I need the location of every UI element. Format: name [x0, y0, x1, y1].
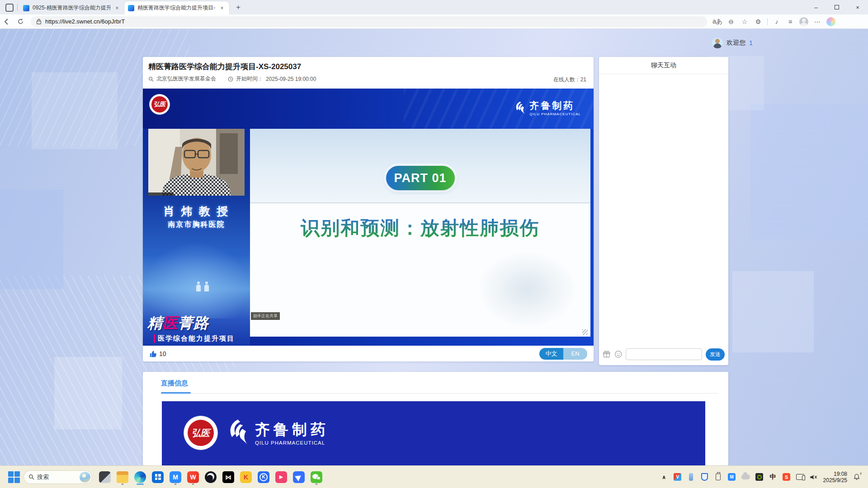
copilot-icon[interactable]	[825, 16, 837, 28]
edge-browser-icon[interactable]	[134, 471, 146, 483]
tencent-meeting-icon[interactable]: M	[170, 471, 181, 483]
app-slot[interactable]: W	[187, 469, 199, 485]
app-slot[interactable]	[292, 469, 305, 485]
gift-icon[interactable]	[603, 350, 611, 359]
user-avatar[interactable]	[712, 38, 723, 48]
wps-office-icon[interactable]: W	[187, 471, 199, 483]
qilu-glyph-icon	[226, 418, 250, 446]
tab-1-close-icon[interactable]: ×	[113, 5, 121, 12]
emoji-icon[interactable]	[614, 350, 623, 359]
address-bar[interactable]: https://live2.swnet.cn/6opJrbrT	[31, 16, 707, 27]
online-count: 在线人数：21	[553, 76, 586, 84]
kingsoft-app-icon[interactable]: K	[240, 471, 252, 483]
tray-cloud-icon[interactable]	[741, 474, 750, 479]
search-label: 搜索	[37, 473, 77, 481]
hongyi-seal-logo: 弘医	[149, 94, 170, 115]
send-button[interactable]: 发送	[706, 348, 725, 361]
tab-separator	[17, 4, 18, 11]
lang-en-button[interactable]: EN	[563, 348, 587, 360]
app-slot[interactable]: ⋈	[222, 469, 235, 485]
player-footer: 10 中文 EN	[143, 346, 594, 361]
browser-essentials-icon[interactable]: ⚙	[752, 16, 764, 28]
favorite-star-icon[interactable]: ☆	[739, 16, 750, 28]
wechat-bubble-small	[316, 476, 321, 480]
tray-sogou-icon[interactable]: S	[783, 473, 791, 481]
slide-divider	[250, 202, 590, 203]
lark-app-icon[interactable]	[293, 471, 305, 483]
welcome-count[interactable]: 1	[749, 39, 753, 47]
settings-more-icon[interactable]: ⋯	[811, 16, 823, 28]
app-slot[interactable]	[99, 469, 111, 485]
qilu-name-cn: 齐鲁制药	[255, 420, 329, 440]
tray-usb-stick-icon[interactable]	[687, 473, 695, 481]
like-button[interactable]: 10	[149, 350, 166, 358]
tray-v-app-icon[interactable]: V	[674, 473, 682, 481]
search-daily-image[interactable]	[80, 472, 90, 483]
k-ring: K	[259, 473, 268, 481]
back-button[interactable]	[0, 16, 14, 28]
lang-zh-button[interactable]: 中文	[539, 348, 563, 360]
video-player[interactable]: 弘医 齐鲁制药 QILU PHARMACEUTICAL	[143, 89, 594, 346]
windows-grid	[155, 474, 161, 480]
app-slot[interactable]: ▶	[275, 469, 288, 485]
tab-actions-icon[interactable]	[5, 4, 14, 12]
minimize-button[interactable]: –	[806, 0, 826, 14]
app-slot[interactable]	[116, 469, 129, 485]
tab-2-active[interactable]: 精医菁路医学综合能力提升项目-X ×	[124, 1, 229, 14]
taskbar-search[interactable]: 搜索	[24, 470, 92, 484]
close-button[interactable]: ×	[847, 0, 868, 14]
active-tab-underline	[161, 392, 191, 394]
maximize-button[interactable]	[826, 0, 847, 14]
start-button[interactable]	[8, 471, 20, 483]
refresh-icon	[17, 18, 24, 25]
qilu-name-cn: 齐鲁制药	[529, 99, 581, 112]
tray-usb-device-icon[interactable]	[714, 474, 722, 480]
new-tab-button[interactable]: ＋	[232, 1, 245, 14]
ime-indicator[interactable]: 中	[769, 473, 777, 481]
zoom-out-icon[interactable]: ⊖	[725, 16, 737, 28]
taskbar-apps: M W ⋈ K K ▶	[99, 469, 323, 485]
stream-card: 精医菁路医学综合能力提升项目-XS-2025037 北京弘医医学发展基金会 开始…	[143, 57, 594, 361]
obs-studio-icon[interactable]	[205, 471, 217, 483]
system-tray: ∧ V M 中 S 19:08 2025/9/25 z	[660, 471, 863, 483]
microsoft-store-icon[interactable]	[152, 471, 164, 483]
chat-input[interactable]	[626, 348, 702, 360]
tray-chevron-icon[interactable]: ∧	[660, 474, 668, 480]
media-hub-icon[interactable]: ♪	[771, 16, 783, 28]
tray-security-shield-icon[interactable]	[701, 473, 709, 481]
app-slot[interactable]	[151, 469, 164, 485]
qilu-name-en: QILU PHARMACEUTICAL	[529, 112, 581, 116]
translate-icon[interactable]: aあ	[712, 16, 723, 28]
hongyi-seal-text: 弘医	[188, 420, 214, 446]
clock-date: 2025/9/25	[823, 477, 847, 483]
k-circle-app-icon[interactable]: K	[258, 471, 269, 483]
taskbar-clock[interactable]: 19:08 2025/9/25	[823, 471, 847, 483]
chat-message-list[interactable]	[599, 75, 728, 344]
speaker-webcam	[148, 129, 245, 196]
volume-muted-icon[interactable]	[810, 474, 818, 480]
capcut-icon[interactable]: ⋈	[222, 471, 234, 483]
tab-1[interactable]: 0925-精医菁路医学综合能力提升项 ×	[19, 1, 124, 14]
resize-handle-icon[interactable]	[582, 329, 588, 335]
app-slot[interactable]	[134, 469, 146, 485]
tray-meeting-icon[interactable]: M	[728, 473, 736, 481]
wechat-icon[interactable]	[311, 471, 322, 483]
bijian-app-icon[interactable]: ▶	[275, 471, 287, 483]
notification-bell-icon[interactable]: z	[853, 473, 861, 481]
app-slot[interactable]	[310, 469, 323, 485]
tab-live-info[interactable]: 直播信息	[161, 379, 188, 388]
tray-cast-icon[interactable]	[796, 474, 804, 480]
language-toggle[interactable]: 中文 EN	[539, 348, 587, 360]
browser-tab-strip: 0925-精医菁路医学综合能力提升项 × 精医菁路医学综合能力提升项目-X × …	[0, 0, 868, 14]
file-explorer-icon[interactable]	[117, 471, 128, 483]
tab-2-close-icon[interactable]: ×	[218, 5, 226, 12]
app-slot[interactable]: K	[257, 469, 270, 485]
snipping-app-icon[interactable]	[99, 471, 111, 483]
refresh-button[interactable]	[14, 16, 27, 28]
tray-nvidia-icon[interactable]	[755, 473, 764, 481]
app-slot[interactable]: K	[240, 469, 252, 485]
collections-icon[interactable]: ≡	[784, 16, 796, 28]
app-slot[interactable]	[204, 469, 217, 485]
app-slot[interactable]: M	[169, 469, 182, 485]
profile-avatar-icon[interactable]	[798, 16, 810, 28]
